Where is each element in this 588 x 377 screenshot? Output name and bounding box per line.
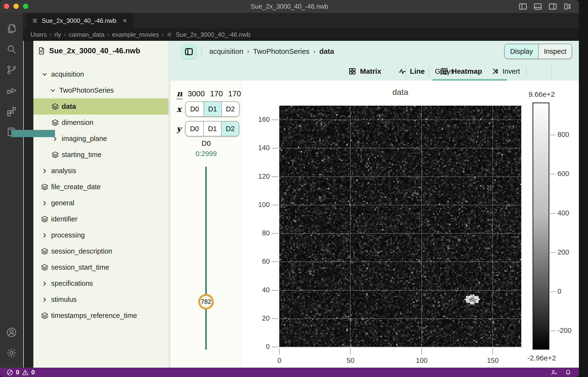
activity-item-extensions[interactable] — [0, 101, 23, 121]
y-axis-selector-row: y D0D1D2 — [177, 121, 239, 136]
feedback-icon[interactable] — [551, 369, 558, 376]
y-tick-mark — [272, 347, 278, 347]
chevron-down-icon[interactable] — [49, 86, 57, 94]
y-dim-option-d1[interactable]: D1 — [203, 121, 221, 136]
toggle-sidebar-button[interactable] — [181, 44, 196, 59]
x-axis-selector-row: x D0D1D2 — [177, 101, 240, 117]
layout-panel-left-icon[interactable] — [519, 2, 528, 11]
crumb-acquisition[interactable]: acquisition — [209, 47, 243, 56]
chevron-right-icon[interactable] — [41, 167, 49, 175]
x-tick-mark — [279, 348, 280, 354]
range-slider-fill — [11, 130, 55, 137]
nwb-tree-panel: Sue_2x_3000_40_-46.nwb acquisitionTwoPho… — [33, 41, 170, 368]
tree-item-session_description[interactable]: session_description — [33, 243, 170, 259]
x-dim-option-d1[interactable]: D1 — [204, 102, 221, 116]
chevron-right-icon: › — [64, 31, 66, 38]
tree-item-file_create_date[interactable]: file_create_date — [33, 179, 170, 195]
layout-controls — [519, 2, 572, 11]
toolbar-divider — [429, 66, 429, 77]
chevron-right-icon[interactable] — [41, 231, 49, 239]
tree-item-acquisition[interactable]: acquisition — [33, 66, 170, 82]
tree-item-data[interactable]: data — [33, 98, 170, 115]
tree-item-processing[interactable]: processing — [33, 227, 170, 243]
y-dim-option-d2[interactable]: D2 — [221, 121, 239, 136]
mode-inspect-button[interactable]: Inspect — [538, 44, 572, 59]
panel-toggle-icon — [184, 47, 194, 57]
breadcrumb-segment[interactable]: Users — [31, 31, 47, 38]
x-dim-option-d0[interactable]: D0 — [186, 102, 204, 116]
colorbar[interactable] — [532, 103, 549, 350]
screenshot-root: Sue_2x_3000_40_-46.nwb Sue_2x_3000_40_-4… — [0, 0, 588, 377]
breadcrumb-file[interactable]: Sue_2x_3000_40_-46.nwb — [176, 31, 250, 38]
layout-panel-bottom-icon[interactable] — [533, 2, 542, 11]
breadcrumb-segment[interactable]: example_movies — [112, 31, 159, 38]
bell-icon[interactable] — [565, 369, 572, 376]
problems-indicator[interactable]: 0 0 — [0, 369, 35, 376]
invert-button[interactable]: Invert — [492, 62, 520, 81]
tree-item-specifications[interactable]: specifications — [33, 275, 170, 292]
shape-row: n 3000 170 170 — [177, 89, 241, 99]
tree-item-label: specifications — [51, 280, 93, 287]
colorbar-tick-label: 200 — [557, 248, 579, 256]
chevron-right-icon[interactable] — [41, 199, 49, 207]
layout-customize-icon[interactable] — [563, 2, 572, 11]
activity-item-account[interactable] — [0, 322, 23, 343]
window-title: Sue_2x_3000_40_-46.nwb — [0, 0, 579, 13]
frame-slider-track[interactable] — [205, 167, 207, 350]
y-tick-mark — [272, 177, 278, 177]
error-count: 0 — [16, 369, 19, 376]
tree-item-dimension[interactable]: dimension — [33, 115, 170, 131]
chevron-right-icon[interactable] — [41, 280, 49, 288]
tree-item-TwoPhotonSeries[interactable]: TwoPhotonSeries — [33, 82, 170, 98]
pulse-icon — [398, 67, 407, 76]
view-tab-label: Line — [410, 67, 425, 75]
tree-item-timestamps_reference_time[interactable]: timestamps_reference_time — [33, 308, 170, 324]
breadcrumb-segment[interactable]: rly — [55, 31, 61, 38]
activity-item-run-debug[interactable] — [0, 80, 23, 101]
chevron-right-icon: › — [162, 31, 164, 38]
tree-item-identifier[interactable]: identifier — [33, 211, 170, 227]
n-label: n — [177, 89, 182, 99]
view-tab-line[interactable]: Line — [398, 62, 425, 81]
breadcrumb-segment[interactable]: caiman_data — [69, 31, 104, 38]
layout-panel-right-icon[interactable] — [548, 2, 557, 11]
tree-item-stimulus[interactable]: stimulus — [33, 292, 170, 308]
tree-item-general[interactable]: general — [33, 195, 170, 211]
activity-item-settings[interactable] — [0, 343, 23, 363]
chevron-right-icon[interactable] — [41, 295, 49, 304]
x-dim-option-d2[interactable]: D2 — [221, 102, 239, 116]
frame-slider-thumb[interactable]: 782 — [198, 294, 214, 309]
chevron-right-icon: › — [107, 31, 109, 38]
tree-item-label: starting_time — [62, 151, 102, 159]
toolbar-divider — [526, 66, 527, 77]
header-divider — [201, 47, 202, 57]
panel-divider[interactable] — [169, 41, 170, 368]
dimension-controls: n 3000 170 170 x D0D1D2 y D0D1D2 D0 0:29… — [170, 81, 242, 368]
editor-tab[interactable]: Sue_2x_3000_40_-46.nwb × — [27, 13, 133, 28]
plot-title: data — [279, 87, 521, 97]
crumb-twophotonseries[interactable]: TwoPhotonSeries — [253, 47, 309, 56]
tree-item-label: data — [62, 103, 76, 110]
x-dim-segmented-control: D0D1D2 — [185, 101, 240, 117]
tree-item-analysis[interactable]: analysis — [33, 163, 170, 179]
close-tab-button[interactable]: × — [123, 17, 127, 24]
tree-item-label: dimension — [62, 119, 93, 127]
x-label: x — [177, 105, 181, 114]
view-tab-heatmap[interactable]: Heatmap — [440, 62, 482, 81]
invert-arrows-icon — [492, 67, 500, 75]
activity-item-source-control[interactable] — [0, 59, 23, 80]
y-dim-option-d0[interactable]: D0 — [185, 121, 203, 136]
view-tab-matrix[interactable]: Matrix — [348, 62, 381, 81]
mode-display-button[interactable]: Display — [505, 44, 538, 59]
tree-item-label: file_create_date — [51, 183, 101, 191]
tree-item-session_start_time[interactable]: session_start_time — [33, 259, 170, 275]
heatmap-image[interactable] — [279, 106, 521, 347]
tree-item-starting_time[interactable]: starting_time — [33, 147, 170, 163]
activity-item-files[interactable] — [0, 18, 23, 39]
colorbar-tick-mark — [550, 213, 556, 214]
tree-item-label: stimulus — [51, 295, 77, 304]
activity-item-search[interactable] — [0, 39, 23, 59]
chevron-down-icon[interactable] — [41, 70, 49, 79]
display-inspect-toggle: DisplayInspect — [504, 44, 572, 59]
nwb-tree: acquisitionTwoPhotonSeriesdatadimensioni… — [33, 66, 170, 324]
